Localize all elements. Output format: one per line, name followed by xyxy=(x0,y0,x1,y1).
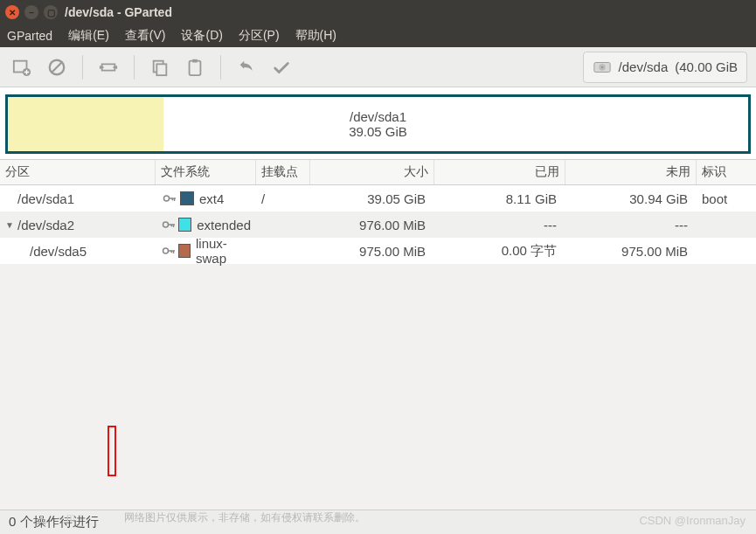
highlight-annotation xyxy=(108,426,116,476)
lock-icon xyxy=(161,218,178,231)
lock-icon xyxy=(161,245,178,257)
size-cell: 976.00 MiB xyxy=(310,218,434,232)
device-selector[interactable]: /dev/sda (40.00 GiB xyxy=(583,52,747,83)
header-flags[interactable]: 标识 xyxy=(697,160,756,184)
used-cell: 8.11 GiB xyxy=(434,191,565,206)
copy-icon xyxy=(150,58,170,77)
unused-cell: 30.94 GiB xyxy=(565,191,697,206)
table-row[interactable]: ▼ /dev/sda2 extended 976.00 MiB --- --- xyxy=(0,212,756,238)
size-cell: 975.00 MiB xyxy=(310,244,434,259)
lock-icon xyxy=(161,192,180,205)
resize-button[interactable] xyxy=(95,54,121,80)
header-mountpoint[interactable]: 挂载点 xyxy=(256,160,310,184)
delete-button[interactable] xyxy=(44,54,70,80)
pending-operations: 0 个操作待进行 xyxy=(9,514,99,531)
paste-icon xyxy=(185,58,205,77)
titlebar: ✕ – ▢ /dev/sda - GParted xyxy=(0,0,756,24)
menu-help[interactable]: 帮助(H) xyxy=(295,28,336,44)
maximize-button[interactable]: ▢ xyxy=(44,5,58,19)
table-row[interactable]: /dev/sda1 ext4 / 39.05 GiB 8.11 GiB 30.9… xyxy=(0,185,756,212)
minimize-button[interactable]: – xyxy=(24,5,38,19)
paste-button[interactable] xyxy=(182,54,208,80)
header-size[interactable]: 大小 xyxy=(310,160,434,184)
svg-point-11 xyxy=(164,196,170,201)
partition-name: /dev/sda1 xyxy=(17,191,74,206)
window-controls: ✕ – ▢ xyxy=(5,5,58,19)
copy-button[interactable] xyxy=(147,54,173,80)
separator xyxy=(134,55,135,80)
disk-graph[interactable]: /dev/sda1 39.05 GiB xyxy=(5,94,751,154)
size-cell: 39.05 GiB xyxy=(310,191,434,206)
svg-line-3 xyxy=(52,62,62,72)
table-row[interactable]: /dev/sda5 linux-swap 975.00 MiB 0.00 字节 … xyxy=(0,238,756,264)
device-size: (40.00 GiB xyxy=(675,59,738,74)
separator xyxy=(220,55,221,80)
new-partition-icon xyxy=(12,58,31,77)
watermark-note: 网络图片仅供展示，非存储，如有侵权请联系删除。 xyxy=(124,510,365,525)
new-partition-button[interactable] xyxy=(9,54,35,80)
apply-icon xyxy=(272,58,291,77)
resize-icon xyxy=(99,58,118,77)
header-unused[interactable]: 未用 xyxy=(565,160,697,184)
menu-device[interactable]: 设备(D) xyxy=(181,28,222,44)
partition-name: /dev/sda2 xyxy=(17,218,74,232)
svg-rect-7 xyxy=(192,59,198,62)
window-title: /dev/sda - GParted xyxy=(65,5,172,19)
menu-edit[interactable]: 编辑(E) xyxy=(68,28,109,44)
separator xyxy=(82,55,83,80)
header-used[interactable]: 已用 xyxy=(434,160,565,184)
filesystem-label: ext4 xyxy=(199,191,224,206)
undo-button[interactable] xyxy=(233,54,260,80)
list-body: /dev/sda1 ext4 / 39.05 GiB 8.11 GiB 30.9… xyxy=(0,185,756,264)
mountpoint-cell: / xyxy=(256,191,310,206)
expander-icon[interactable]: ▼ xyxy=(5,220,14,230)
unused-cell: 975.00 MiB xyxy=(565,244,697,259)
header-filesystem[interactable]: 文件系统 xyxy=(156,160,256,184)
graph-partition-size: 39.05 GiB xyxy=(349,124,407,139)
used-cell: --- xyxy=(434,218,565,232)
svg-point-10 xyxy=(601,66,603,68)
partition-name: /dev/sda5 xyxy=(30,244,87,259)
device-name: /dev/sda xyxy=(619,59,669,74)
watermark-author: CSDN @IronmanJay xyxy=(639,514,746,527)
watermark-url: m xyxy=(66,511,75,524)
svg-rect-6 xyxy=(190,60,201,75)
menubar: GParted 编辑(E) 查看(V) 设备(D) 分区(P) 帮助(H) xyxy=(0,24,756,47)
flags-cell: boot xyxy=(697,191,756,206)
menu-gparted[interactable]: GParted xyxy=(7,29,52,43)
svg-rect-5 xyxy=(156,64,166,75)
close-button[interactable]: ✕ xyxy=(5,5,19,19)
menu-partition[interactable]: 分区(P) xyxy=(239,28,280,44)
partition-list: 分区 文件系统 挂载点 大小 已用 未用 标识 /dev/sda1 ext4 /… xyxy=(0,159,756,264)
delete-icon xyxy=(47,58,66,77)
fs-swatch xyxy=(178,244,191,258)
svg-point-13 xyxy=(163,248,168,253)
undo-icon xyxy=(237,58,256,77)
toolbar: /dev/sda (40.00 GiB xyxy=(0,47,756,87)
filesystem-label: linux-swap xyxy=(196,236,251,266)
header-partition[interactable]: 分区 xyxy=(0,160,156,184)
partition-label: /dev/sda1 39.05 GiB xyxy=(8,97,748,151)
list-header: 分区 文件系统 挂载点 大小 已用 未用 标识 xyxy=(0,159,756,185)
apply-button[interactable] xyxy=(268,54,295,80)
fs-swatch xyxy=(180,191,194,205)
filesystem-label: extended xyxy=(197,218,251,232)
unused-cell: --- xyxy=(565,218,697,232)
svg-point-12 xyxy=(163,222,169,227)
fs-swatch xyxy=(178,218,191,232)
used-cell: 0.00 字节 xyxy=(434,243,565,260)
menu-view[interactable]: 查看(V) xyxy=(125,28,166,44)
disk-icon xyxy=(593,58,612,77)
disk-graph-area: /dev/sda1 39.05 GiB xyxy=(0,87,756,159)
graph-partition-name: /dev/sda1 xyxy=(350,109,406,124)
